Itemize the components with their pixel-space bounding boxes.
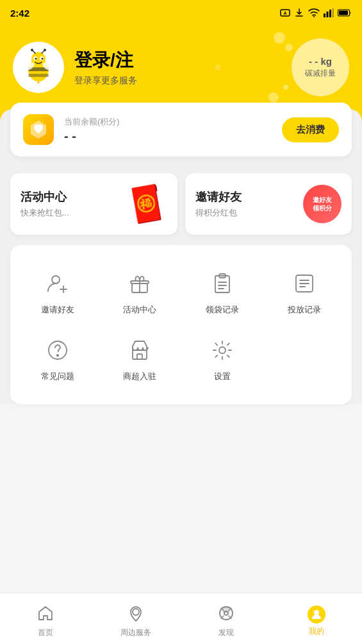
svg-rect-43 bbox=[137, 354, 142, 359]
menu-label-faq: 常见问题 bbox=[41, 371, 74, 382]
svg-point-17 bbox=[42, 58, 44, 60]
invite-badge-line2: 领积分 bbox=[313, 204, 332, 212]
add-user-icon-wrap bbox=[41, 267, 74, 300]
status-bar: 2:42 A bbox=[0, 0, 362, 26]
carbon-value: - - kg bbox=[309, 56, 332, 67]
my-avatar-icon bbox=[308, 606, 325, 623]
menu-item-delivery[interactable]: 投放记录 bbox=[263, 258, 345, 325]
menu-grid-row2: 常见问题 商超入驻 bbox=[17, 325, 345, 391]
settings-icon-wrap bbox=[206, 334, 239, 367]
store-icon bbox=[128, 339, 151, 362]
add-user-icon bbox=[46, 272, 69, 295]
nav-home[interactable]: 首页 bbox=[0, 599, 90, 638]
menu-label-activity: 活动中心 bbox=[123, 304, 156, 316]
menu-item-faq[interactable]: 常见问题 bbox=[17, 325, 99, 391]
header-text[interactable]: 登录/注 登录享更多服务 bbox=[74, 48, 137, 87]
nav-nearby[interactable]: 周边服务 bbox=[90, 599, 181, 638]
svg-point-45 bbox=[133, 609, 139, 615]
menu-empty-slot bbox=[263, 325, 345, 391]
svg-point-25 bbox=[52, 276, 60, 284]
carbon-label: 碳减排量 bbox=[305, 68, 336, 79]
invite-card[interactable]: 邀请好友 得积分红包 邀好友 领积分 bbox=[185, 173, 352, 235]
svg-point-48 bbox=[314, 610, 319, 615]
help-icon-wrap bbox=[41, 334, 74, 367]
activity-title: 活动中心 bbox=[21, 189, 69, 205]
settings-icon bbox=[211, 339, 234, 362]
svg-point-44 bbox=[219, 347, 226, 353]
consume-button[interactable]: 去消费 bbox=[282, 117, 339, 142]
gift-icon bbox=[128, 272, 151, 295]
invite-title: 邀请好友 bbox=[195, 189, 242, 205]
login-subtitle: 登录享更多服务 bbox=[74, 75, 137, 87]
svg-point-2 bbox=[313, 16, 315, 17]
signal-icon bbox=[324, 8, 334, 17]
menu-label-bag: 领袋记录 bbox=[206, 304, 239, 316]
nav-nearby-label: 周边服务 bbox=[120, 627, 151, 638]
nav-my[interactable]: 我的 bbox=[272, 600, 362, 637]
deco-circle-5 bbox=[283, 85, 288, 90]
svg-rect-42 bbox=[133, 350, 147, 359]
svg-point-19 bbox=[31, 49, 33, 51]
menu-section: 邀请好友 活动中心 bbox=[10, 245, 352, 404]
menu-label-delivery: 投放记录 bbox=[288, 304, 321, 316]
deco-circle-1 bbox=[274, 32, 285, 44]
discover-icon bbox=[217, 604, 235, 625]
svg-rect-3 bbox=[324, 13, 325, 17]
menu-item-bag[interactable]: 领袋记录 bbox=[181, 258, 263, 325]
menu-label-invite: 邀请好友 bbox=[41, 304, 74, 316]
svg-point-21 bbox=[44, 49, 46, 51]
points-card: 当前余额(积分) - - 去消费 bbox=[10, 103, 352, 157]
store-icon-wrap bbox=[123, 334, 156, 367]
activity-card[interactable]: 活动中心 快来抢红包... 🧧 bbox=[10, 173, 177, 235]
svg-rect-5 bbox=[329, 10, 331, 17]
points-info: 当前余额(积分) - - bbox=[64, 116, 272, 144]
help-circle-icon bbox=[46, 339, 69, 362]
my-icon bbox=[311, 609, 322, 620]
svg-rect-8 bbox=[339, 11, 348, 15]
gift-icon-wrap bbox=[123, 267, 156, 300]
carbon-badge[interactable]: - - kg 碳减排量 bbox=[292, 38, 349, 96]
invite-subtitle: 得积分红包 bbox=[195, 207, 242, 219]
clipboard-icon bbox=[211, 272, 234, 295]
svg-text:A: A bbox=[283, 11, 286, 15]
menu-item-invite[interactable]: 邀请好友 bbox=[17, 258, 99, 325]
activity-image: 🧧 bbox=[122, 184, 169, 224]
activity-card-text: 活动中心 快来抢红包... bbox=[21, 189, 69, 219]
points-icon bbox=[23, 114, 54, 145]
points-hex-icon bbox=[29, 120, 48, 139]
battery-icon bbox=[338, 9, 352, 17]
points-value: - - bbox=[64, 129, 272, 144]
main-content: 当前余额(积分) - - 去消费 活动中心 快来抢红包... 🧧 邀请好友 得积… bbox=[0, 109, 362, 404]
deco-circle-2 bbox=[285, 44, 293, 51]
menu-item-activity[interactable]: 活动中心 bbox=[99, 258, 181, 325]
svg-point-41 bbox=[57, 355, 58, 356]
keyboard-icon: A bbox=[280, 8, 290, 18]
menu-item-settings[interactable]: 设置 bbox=[181, 325, 263, 391]
list-icon-wrap bbox=[288, 267, 321, 300]
invite-card-text: 邀请好友 得积分红包 bbox=[195, 189, 242, 219]
nav-my-label: 我的 bbox=[309, 626, 324, 637]
status-icons: A bbox=[280, 8, 352, 18]
menu-grid-row1: 邀请好友 活动中心 bbox=[17, 258, 345, 325]
menu-label-settings: 设置 bbox=[214, 371, 231, 382]
nearby-icon bbox=[127, 604, 145, 625]
bee-avatar[interactable] bbox=[13, 42, 64, 93]
bottom-nav: 首页 周边服务 发现 我的 bbox=[0, 593, 362, 644]
svg-rect-4 bbox=[327, 12, 329, 17]
nav-discover[interactable]: 发现 bbox=[181, 599, 272, 638]
invite-badge-line1: 邀好友 bbox=[313, 196, 332, 204]
home-icon bbox=[37, 604, 54, 625]
svg-point-16 bbox=[35, 58, 37, 60]
invite-badge: 邀好友 领积分 bbox=[303, 185, 341, 223]
wifi-icon bbox=[308, 8, 320, 17]
header-left[interactable]: 登录/注 登录享更多服务 bbox=[13, 42, 137, 93]
activity-subtitle: 快来抢红包... bbox=[21, 207, 69, 219]
points-label: 当前余额(积分) bbox=[64, 116, 272, 128]
banner-row: 活动中心 快来抢红包... 🧧 邀请好友 得积分红包 邀好友 领积分 bbox=[10, 173, 352, 235]
nav-discover-label: 发现 bbox=[218, 627, 234, 638]
login-title: 登录/注 bbox=[74, 48, 137, 72]
list-icon bbox=[293, 272, 316, 295]
menu-item-store[interactable]: 商超入驻 bbox=[99, 325, 181, 391]
clipboard-icon-wrap bbox=[206, 267, 239, 300]
download-icon bbox=[294, 8, 304, 18]
